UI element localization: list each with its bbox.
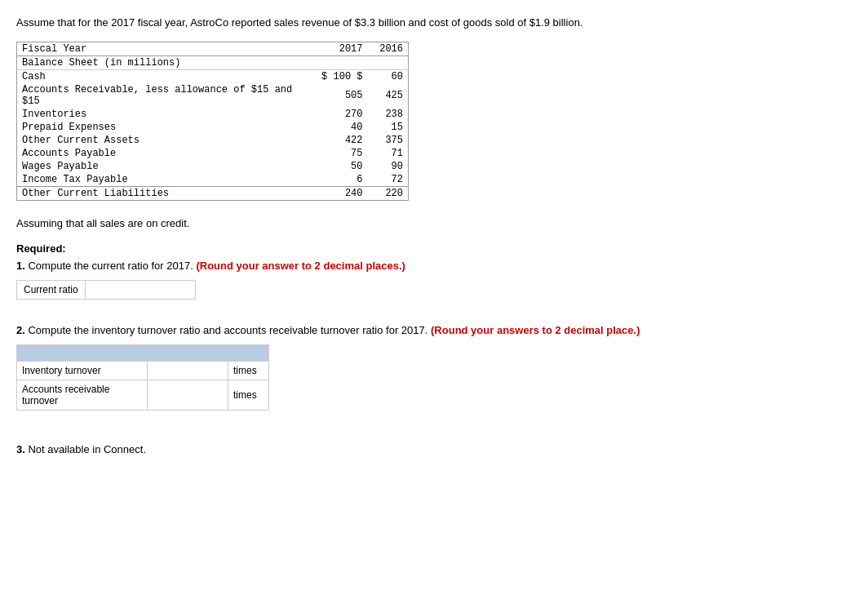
current-ratio-input-row: Current ratio	[16, 280, 196, 300]
row-label: Accounts Payable	[17, 147, 311, 160]
question-2-section: 2. Compute the inventory turnover ratio …	[16, 324, 852, 411]
row-val-2016: 71	[368, 147, 409, 160]
question-1: 1. Compute the current ratio for 2017. (…	[16, 260, 852, 272]
row-val-2016: 15	[368, 121, 409, 134]
assuming-text: Assuming that all sales are on credit.	[16, 217, 852, 229]
current-ratio-section: Current ratio	[16, 280, 852, 300]
row-label: Prepaid Expenses	[17, 121, 311, 134]
row-val-2017: 422	[311, 134, 368, 147]
row-val-2017: 40	[311, 121, 368, 134]
year-2016-header: 2016	[368, 42, 409, 56]
current-ratio-label: Current ratio	[17, 281, 86, 299]
question-2: 2. Compute the inventory turnover ratio …	[16, 324, 852, 336]
row-label: Other Current Assets	[17, 134, 311, 147]
year-2017-header: 2017	[311, 42, 368, 56]
row-val-2016: 238	[368, 108, 409, 121]
section2-header-cell	[17, 345, 269, 362]
table-row: Cash $ 100 $ 60	[17, 70, 409, 84]
q3-number: 3.	[16, 443, 25, 455]
q2-text: Compute the inventory turnover ratio and…	[28, 324, 427, 336]
ar-turnover-row: Accounts receivable turnover times	[17, 380, 269, 411]
current-ratio-input[interactable]	[86, 281, 175, 299]
inventory-turnover-input-cell[interactable]	[147, 362, 228, 380]
table-row: Wages Payable 50 90	[17, 160, 409, 173]
q1-highlight: (Round your answer to 2 decimal places.)	[196, 260, 405, 272]
balance-sheet-subtitle: Balance Sheet (in millions)	[17, 56, 311, 70]
section2-table: Inventory turnover times Accounts receiv…	[16, 344, 269, 411]
row-val-2017: $ 100 $	[311, 70, 368, 84]
row-label: Wages Payable	[17, 160, 311, 173]
inventory-turnover-row: Inventory turnover times	[17, 362, 269, 380]
row-val-2017: 505	[311, 83, 368, 108]
row-val-2016: 60	[368, 70, 409, 84]
table-row: Other Current Liabilities 240 220	[17, 187, 409, 201]
question-3-section: 3. Not available in Connect.	[16, 443, 852, 455]
row-label: Other Current Liabilities	[17, 187, 311, 201]
q2-highlight: (Round your answers to 2 decimal place.)	[431, 324, 640, 336]
ar-turnover-label: Accounts receivable turnover	[17, 380, 148, 411]
q1-text: Compute the current ratio for 2017.	[28, 260, 193, 272]
inventory-turnover-input[interactable]	[153, 365, 224, 376]
table-row: Accounts Receivable, less allowance of $…	[17, 83, 409, 108]
q3-text: Not available in Connect.	[28, 443, 146, 455]
table-row: Prepaid Expenses 40 15	[17, 121, 409, 134]
row-label: Cash	[17, 70, 311, 84]
financial-table: Fiscal Year 2017 2016 Balance Sheet (in …	[16, 42, 409, 201]
ar-turnover-input[interactable]	[153, 389, 224, 401]
required-label: Required:	[16, 242, 852, 255]
row-val-2017: 240	[311, 187, 368, 201]
row-label: Inventories	[17, 108, 311, 121]
q1-number: 1.	[16, 260, 25, 272]
question-3: 3. Not available in Connect.	[16, 443, 852, 455]
row-val-2016: 220	[368, 187, 409, 201]
q2-number: 2.	[16, 324, 25, 336]
row-val-2016: 375	[368, 134, 409, 147]
row-label: Accounts Receivable, less allowance of $…	[17, 83, 311, 108]
inventory-turnover-unit: times	[228, 362, 269, 380]
row-label: Income Tax Payable	[17, 173, 311, 187]
row-val-2017: 50	[311, 160, 368, 173]
row-val-2016: 90	[368, 160, 409, 173]
table-row: Other Current Assets 422 375	[17, 134, 409, 147]
ar-turnover-unit: times	[228, 380, 269, 411]
intro-text: Assume that for the 2017 fiscal year, As…	[16, 16, 852, 29]
table-row: Income Tax Payable 6 72	[17, 173, 409, 187]
row-val-2016: 425	[368, 83, 409, 108]
row-val-2016: 72	[368, 173, 409, 187]
row-val-2017: 75	[311, 147, 368, 160]
row-val-2017: 6	[311, 173, 368, 187]
row-val-2017: 270	[311, 108, 368, 121]
inventory-turnover-label: Inventory turnover	[17, 362, 148, 380]
table-row: Inventories 270 238	[17, 108, 409, 121]
section2-header-row	[17, 345, 269, 362]
ar-turnover-input-cell[interactable]	[147, 380, 228, 411]
table-row: Accounts Payable 75 71	[17, 147, 409, 160]
fiscal-year-header: Fiscal Year	[17, 42, 311, 56]
